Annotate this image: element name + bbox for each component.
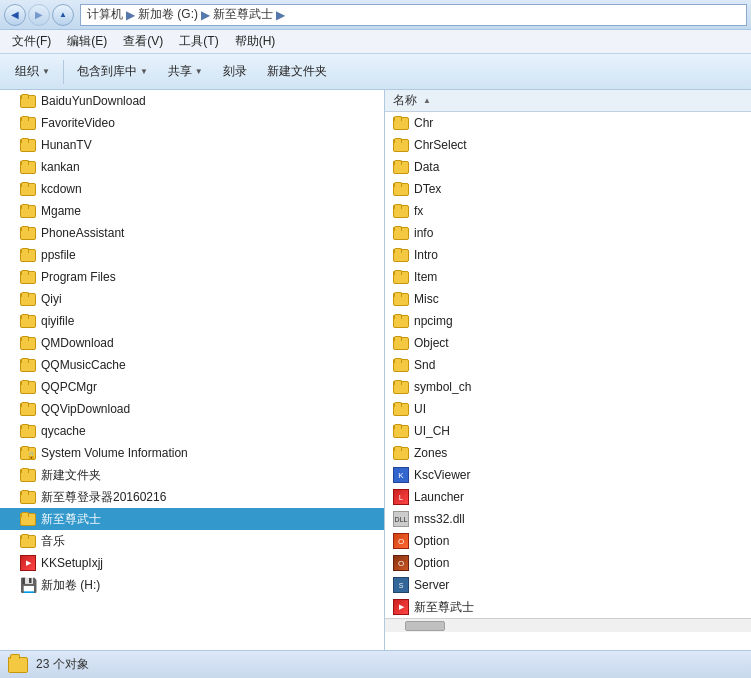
organize-button[interactable]: 组织 ▼	[6, 58, 59, 86]
file-name: Launcher	[414, 490, 464, 504]
file-name: Option	[414, 534, 449, 548]
left-pane-item[interactable]: QQMusicCache	[0, 354, 384, 376]
folder-icon	[393, 248, 409, 262]
new-folder-button[interactable]: 新建文件夹	[258, 58, 336, 86]
menu-tools[interactable]: 工具(T)	[173, 31, 224, 52]
menu-file[interactable]: 文件(F)	[6, 31, 57, 52]
left-pane-item[interactable]: Mgame	[0, 200, 384, 222]
left-pane-item[interactable]: 💾新加卷 (H:)	[0, 574, 384, 596]
left-pane-item[interactable]: PhoneAssistant	[0, 222, 384, 244]
right-pane-item[interactable]: Misc	[385, 288, 751, 310]
back-button[interactable]: ◀	[4, 4, 26, 26]
right-pane-item[interactable]: Item	[385, 266, 751, 288]
right-pane-item[interactable]: symbol_ch	[385, 376, 751, 398]
file-name: Mgame	[41, 204, 81, 218]
share-chevron: ▼	[195, 67, 203, 76]
menu-view[interactable]: 查看(V)	[117, 31, 169, 52]
folder-icon	[20, 226, 36, 240]
address-bar[interactable]: 计算机 ▶ 新加卷 (G:) ▶ 新至尊武士 ▶	[80, 4, 747, 26]
left-pane-item[interactable]: Qiyi	[0, 288, 384, 310]
left-pane-item[interactable]: 🔒System Volume Information	[0, 442, 384, 464]
right-pane-item[interactable]: Intro	[385, 244, 751, 266]
left-pane[interactable]: BaiduYunDownloadFavoriteVideoHunanTVkank…	[0, 90, 385, 650]
share-button[interactable]: 共享 ▼	[159, 58, 212, 86]
right-pane-item[interactable]: SServer	[385, 574, 751, 596]
ksc-viewer-icon: K	[393, 467, 409, 483]
add-to-library-label: 包含到库中	[77, 63, 137, 80]
up-button[interactable]: ▲	[52, 4, 74, 26]
folder-icon	[393, 138, 409, 152]
file-name: QQPCMgr	[41, 380, 97, 394]
left-pane-item[interactable]: QQPCMgr	[0, 376, 384, 398]
right-pane-item[interactable]: Zones	[385, 442, 751, 464]
left-pane-item[interactable]: qycache	[0, 420, 384, 442]
share-label: 共享	[168, 63, 192, 80]
right-pane-item[interactable]: Data	[385, 156, 751, 178]
folder-icon	[393, 358, 409, 372]
right-pane-item[interactable]: fx	[385, 200, 751, 222]
left-pane-item[interactable]: ppsfile	[0, 244, 384, 266]
burn-button[interactable]: 刻录	[214, 58, 256, 86]
new-folder-label: 新建文件夹	[267, 63, 327, 80]
left-pane-item[interactable]: kankan	[0, 156, 384, 178]
left-pane-item[interactable]: Program Files	[0, 266, 384, 288]
file-name: mss32.dll	[414, 512, 465, 526]
left-pane-item[interactable]: qiyifile	[0, 310, 384, 332]
toolbar: 组织 ▼ 包含到库中 ▼ 共享 ▼ 刻录 新建文件夹	[0, 54, 751, 90]
right-pane-item[interactable]: ChrSelect	[385, 134, 751, 156]
left-pane-item[interactable]: QQVipDownload	[0, 398, 384, 420]
left-pane-item[interactable]: ▶KKSetupIxjj	[0, 552, 384, 574]
file-name: PhoneAssistant	[41, 226, 124, 240]
right-pane-item[interactable]: Chr	[385, 112, 751, 134]
launcher-icon: L	[393, 489, 409, 505]
left-pane-item[interactable]: BaiduYunDownload	[0, 90, 384, 112]
left-pane-item[interactable]: 新至尊武士	[0, 508, 384, 530]
option2-icon: O	[393, 555, 409, 571]
breadcrumb-sep3: ▶	[276, 8, 285, 22]
file-name: ChrSelect	[414, 138, 467, 152]
right-pane-item[interactable]: DTex	[385, 178, 751, 200]
left-pane-item[interactable]: FavoriteVideo	[0, 112, 384, 134]
left-pane-item[interactable]: QMDownload	[0, 332, 384, 354]
menu-edit[interactable]: 编辑(E)	[61, 31, 113, 52]
right-pane-item[interactable]: Object	[385, 332, 751, 354]
right-pane-item[interactable]: npcimg	[385, 310, 751, 332]
right-pane-item[interactable]: OOption	[385, 552, 751, 574]
file-name: kankan	[41, 160, 80, 174]
drive-icon: 💾	[20, 577, 36, 593]
left-pane-item[interactable]: kcdown	[0, 178, 384, 200]
right-pane-item[interactable]: ▶新至尊武士	[385, 596, 751, 618]
folder-icon	[20, 182, 36, 196]
dll-icon: DLL	[393, 511, 409, 527]
add-to-library-button[interactable]: 包含到库中 ▼	[68, 58, 157, 86]
right-pane-item[interactable]: info	[385, 222, 751, 244]
right-pane-item[interactable]: UI_CH	[385, 420, 751, 442]
right-pane-item[interactable]: KKscViewer	[385, 464, 751, 486]
file-name: 新建文件夹	[41, 467, 101, 484]
right-pane-hscrollbar[interactable]	[385, 618, 751, 632]
column-header-row: 名称 ▲	[385, 90, 751, 112]
sort-arrow: ▲	[423, 96, 431, 105]
folder-icon	[393, 226, 409, 240]
left-pane-item[interactable]: HunanTV	[0, 134, 384, 156]
right-pane-item[interactable]: DLLmss32.dll	[385, 508, 751, 530]
left-pane-item[interactable]: 新建文件夹	[0, 464, 384, 486]
folder-icon	[393, 380, 409, 394]
file-name: info	[414, 226, 433, 240]
right-pane-item[interactable]: LLauncher	[385, 486, 751, 508]
folder-icon	[20, 424, 36, 438]
menu-help[interactable]: 帮助(H)	[229, 31, 282, 52]
file-name: 新至尊武士	[414, 599, 474, 616]
file-name: BaiduYunDownload	[41, 94, 146, 108]
folder-icon	[393, 336, 409, 350]
forward-button[interactable]: ▶	[28, 4, 50, 26]
left-pane-item[interactable]: 音乐	[0, 530, 384, 552]
right-pane-item[interactable]: Snd	[385, 354, 751, 376]
folder-icon	[20, 292, 36, 306]
column-name-header: 名称	[389, 92, 421, 109]
right-pane-item[interactable]: UI	[385, 398, 751, 420]
right-pane[interactable]: 名称 ▲ ChrChrSelectDataDTexfxinfoIntroItem…	[385, 90, 751, 650]
left-pane-item[interactable]: 新至尊登录器20160216	[0, 486, 384, 508]
right-pane-item[interactable]: OOption	[385, 530, 751, 552]
file-name: Item	[414, 270, 437, 284]
